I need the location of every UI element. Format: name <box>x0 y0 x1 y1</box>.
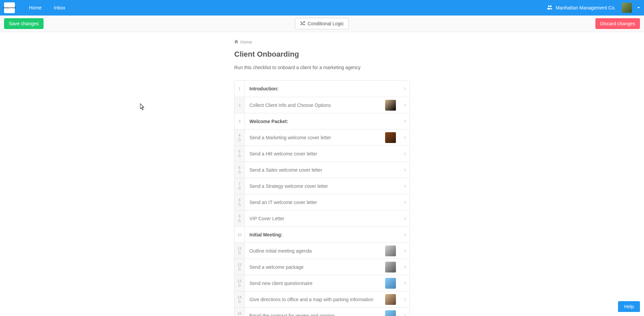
step-number-column: 9 <box>235 210 245 226</box>
step-label: Introduction: <box>249 86 278 91</box>
checklist-step[interactable]: 15Email the contract for review and sign… <box>235 307 409 316</box>
step-body: Send new client questionnaire <box>245 275 401 291</box>
step-number-column: 13 <box>235 275 245 291</box>
step-body: Email the contract for review and signin… <box>245 308 401 316</box>
checklist-step[interactable]: 1Introduction: <box>235 81 409 97</box>
stopwatch-icon <box>238 154 241 158</box>
nav-home-link[interactable]: Home <box>23 5 48 10</box>
step-body: Introduction: <box>245 81 401 97</box>
user-menu[interactable] <box>622 3 640 13</box>
checklist-step[interactable]: 6Send a Sales welcome cover letter <box>235 162 409 178</box>
assignee-avatar[interactable] <box>385 294 396 305</box>
step-body: Send a Sales welcome cover letter <box>245 162 401 178</box>
step-number-column: 4 <box>235 130 245 145</box>
chevron-right-icon <box>401 291 409 307</box>
step-number-column: 12 <box>235 259 245 275</box>
step-label: Outline initial meeting agenda <box>249 248 312 254</box>
checklist-step[interactable]: 12Send a welcome package <box>235 259 409 275</box>
step-label: Send a Strategy welcome cover letter <box>249 183 328 189</box>
assignee-avatar[interactable] <box>385 310 396 316</box>
step-number: 8 <box>238 198 240 202</box>
page-title: Client Onboarding <box>234 50 410 59</box>
chevron-right-icon <box>401 243 409 259</box>
chevron-right-icon <box>401 146 409 162</box>
stopwatch-icon <box>238 284 241 288</box>
step-body: Collect Client Info and Choose Options <box>245 97 401 113</box>
help-button[interactable]: Help <box>618 301 640 312</box>
checklist-step[interactable]: 7Send a Strategy welcome cover letter <box>235 178 409 194</box>
step-number-column: 6 <box>235 162 245 178</box>
chevron-right-icon <box>401 178 409 194</box>
assignee-avatar[interactable] <box>385 246 396 256</box>
step-body: Send an IT welcome cover letter <box>245 194 401 210</box>
assignee-avatar[interactable] <box>385 278 396 289</box>
chevron-right-icon <box>401 194 409 210</box>
nav-inbox-link[interactable]: Inbox <box>48 5 71 10</box>
step-number-column: 15 <box>235 308 245 316</box>
checklist-step[interactable]: 11Outline initial meeting agenda <box>235 242 409 259</box>
chevron-right-icon <box>401 81 409 97</box>
step-body: Initial Meeting: <box>245 227 401 242</box>
step-label: Email the contract for review and signin… <box>249 313 334 316</box>
step-body: VIP Cover Letter <box>245 210 401 226</box>
discard-button[interactable]: Discard changes <box>595 18 640 29</box>
breadcrumb-home: Home <box>240 39 252 45</box>
stopwatch-icon <box>238 300 241 304</box>
checklist-step[interactable]: 13Send new client questionnaire <box>235 275 409 291</box>
step-label: VIP Cover Letter <box>249 216 284 221</box>
step-number: 2 <box>238 103 240 107</box>
stopwatch-icon <box>238 219 241 223</box>
step-number-column: 3 <box>235 113 245 129</box>
breadcrumb[interactable]: Home <box>234 39 410 45</box>
org-name: Manhattan Management Co. <box>556 5 616 10</box>
chevron-right-icon <box>401 259 409 275</box>
chevron-right-icon <box>401 162 409 178</box>
step-body: Outline initial meeting agenda <box>245 243 401 259</box>
checklist-step[interactable]: 10Initial Meeting: <box>235 226 409 242</box>
checklist-step[interactable]: 4Send a Marketing welcome cover letter <box>235 129 409 145</box>
chevron-right-icon <box>401 227 409 242</box>
save-button[interactable]: Save changes <box>4 18 44 29</box>
stopwatch-icon <box>238 186 241 191</box>
step-label: Initial Meeting: <box>249 232 283 237</box>
assignee-avatar[interactable] <box>385 262 396 272</box>
step-label: Send a Marketing welcome cover letter <box>249 135 331 140</box>
stopwatch-icon <box>238 267 241 271</box>
step-label: Send new client questionnaire <box>249 281 313 286</box>
step-label: Send a Sales welcome cover letter <box>249 167 322 173</box>
step-number: 14 <box>237 295 241 299</box>
checklist-step[interactable]: 14Give directions to office and a map wi… <box>235 291 409 307</box>
conditional-logic-label: Conditional Logic <box>307 21 344 26</box>
chevron-right-icon <box>401 275 409 291</box>
checklist-step[interactable]: 2Collect Client Info and Choose Options <box>235 97 409 113</box>
checklist-step[interactable]: 9VIP Cover Letter <box>235 210 409 226</box>
logo-text: MANHATTAN <box>3 7 16 9</box>
step-number-column: 1 <box>235 81 245 97</box>
org-switcher[interactable]: Manhattan Management Co. <box>547 5 616 11</box>
app-logo[interactable]: MANHATTAN <box>4 2 15 13</box>
main-content: Home Client Onboarding Run this checklis… <box>234 32 410 316</box>
top-navbar: MANHATTAN Home Inbox Manhattan Managemen… <box>0 0 644 16</box>
step-number-column: 10 <box>235 227 245 242</box>
mouse-cursor <box>140 104 145 110</box>
step-number: 5 <box>238 149 240 153</box>
step-number-column: 2 <box>235 97 245 113</box>
step-number: 15 <box>237 311 241 315</box>
chevron-right-icon <box>401 210 409 226</box>
checklist-step[interactable]: 5Send a HR welcome cover letter <box>235 145 409 162</box>
conditional-logic-button[interactable]: Conditional Logic <box>295 18 349 29</box>
step-number: 1 <box>238 87 240 91</box>
checklist-step[interactable]: 3Welcome Packet: <box>235 113 409 129</box>
chevron-right-icon <box>401 97 409 113</box>
step-number-column: 14 <box>235 291 245 307</box>
step-number: 10 <box>237 233 241 237</box>
step-number: 7 <box>238 182 240 186</box>
step-number-column: 5 <box>235 146 245 162</box>
assignee-avatar[interactable] <box>385 132 396 143</box>
assignee-avatar[interactable] <box>385 100 396 111</box>
step-label: Give directions to office and a map with… <box>249 297 373 302</box>
checklist-step[interactable]: 8Send an IT welcome cover letter <box>235 194 409 210</box>
step-number: 6 <box>238 166 240 170</box>
checklist: 1Introduction:2Collect Client Info and C… <box>234 80 410 316</box>
page-description: Run this checklist to onboard a client f… <box>234 65 410 70</box>
